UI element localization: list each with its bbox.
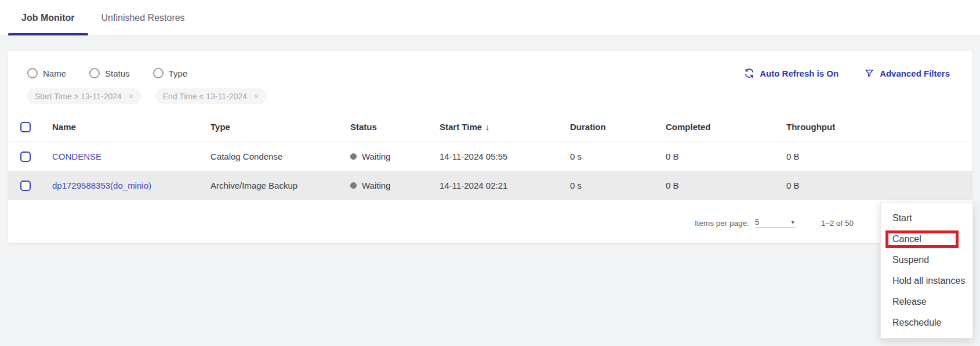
items-per-page-label: Items per page:: [695, 219, 749, 228]
items-per-page-value: 5: [755, 218, 760, 226]
filter-chip-label: Start Time ≥ 13-11-2024: [35, 92, 122, 101]
status-dot-icon: [350, 153, 357, 160]
menu-item-label: Cancel: [892, 234, 921, 244]
column-header-label: Duration: [570, 122, 606, 132]
auto-refresh-button[interactable]: Auto Refresh is On: [744, 68, 839, 78]
table-row: CONDENSECatalog CondenseWaiting14-11-202…: [8, 142, 972, 171]
tab-job-monitor[interactable]: Job Monitor: [8, 0, 88, 35]
radio-label: Type: [169, 69, 188, 78]
job-type-cell: Archive/Image Backup: [210, 181, 350, 190]
job-monitor-card: NameStatusType Auto Refresh is On: [8, 51, 972, 243]
row-checkbox[interactable]: [20, 152, 31, 162]
tabs-container: Job MonitorUnfinished Restores: [8, 0, 198, 35]
auto-refresh-label: Auto Refresh is On: [760, 69, 839, 78]
sort-desc-icon[interactable]: ↓: [485, 122, 490, 132]
filter-chip-start-time: Start Time ≥ 13-11-2024×: [27, 88, 141, 104]
filter-chips: Start Time ≥ 13-11-2024×End Time ≤ 13-11…: [8, 81, 972, 104]
job-type-cell: Catalog Condense: [210, 152, 350, 161]
job-name-link[interactable]: CONDENSE: [52, 152, 101, 161]
column-header-label: Throughput: [786, 122, 835, 132]
toolbar-actions: Auto Refresh is On Advanced Filters: [744, 68, 950, 78]
tab-unfinished-restores[interactable]: Unfinished Restores: [88, 0, 198, 35]
row-checkbox-cell: [20, 152, 52, 162]
radio-label: Status: [105, 69, 130, 78]
column-header-completed[interactable]: Completed: [666, 122, 786, 132]
column-header-label: Completed: [666, 122, 711, 132]
tab-bar: Job MonitorUnfinished Restores: [0, 0, 980, 36]
column-header-label: Status: [350, 122, 377, 132]
job-actions-context-menu: StartCancelSuspendHold all instancesRele…: [880, 203, 973, 338]
radio-circle-icon[interactable]: [27, 68, 38, 78]
select-all-checkbox[interactable]: [20, 122, 31, 132]
advanced-filters-label: Advanced Filters: [880, 69, 950, 78]
row-checkbox[interactable]: [20, 181, 31, 191]
throughput-cell: 0 B: [786, 181, 972, 190]
column-header-label: Name: [52, 122, 76, 132]
job-name-cell: dp1729588353(do_minio): [52, 181, 210, 190]
radio-option-type[interactable]: Type: [153, 68, 188, 78]
column-header-type[interactable]: Type: [210, 122, 350, 132]
menu-item-label: Start: [892, 213, 912, 224]
filter-chip-label: End Time ≤ 13-11-2024: [163, 92, 247, 101]
dropdown-arrow-icon: ▼: [790, 219, 796, 225]
menu-item-label: Hold all instances: [892, 276, 965, 286]
column-header-name[interactable]: Name: [52, 122, 210, 132]
table-header-row: NameTypeStatusStart Time↓DurationComplet…: [8, 112, 972, 142]
menu-item-label: Suspend: [892, 255, 929, 265]
radio-circle-icon[interactable]: [89, 68, 100, 78]
menu-item-cancel[interactable]: Cancel: [881, 229, 972, 250]
advanced-filters-button[interactable]: Advanced Filters: [864, 68, 950, 78]
row-checkbox-cell: [20, 181, 52, 191]
completed-cell: 0 B: [666, 152, 786, 161]
job-name-link[interactable]: dp1729588353(do_minio): [52, 181, 151, 190]
chip-close-icon[interactable]: ×: [129, 92, 134, 100]
job-monitor-page: { "tabs": [ {"label": "Job Monitor", "ac…: [0, 0, 980, 346]
completed-cell: 0 B: [666, 181, 786, 190]
jobs-table: NameTypeStatusStart Time↓DurationComplet…: [8, 112, 972, 200]
radio-circle-icon[interactable]: [153, 68, 164, 78]
items-per-page-select[interactable]: 5 ▼: [755, 218, 796, 228]
radio-option-name[interactable]: Name: [27, 68, 66, 78]
menu-item-hold-all-instances[interactable]: Hold all instances: [881, 271, 972, 291]
table-body: CONDENSECatalog CondenseWaiting14-11-202…: [8, 142, 972, 200]
tab-label: Job Monitor: [21, 13, 75, 23]
refresh-icon: [744, 68, 754, 78]
job-status-cell: Waiting: [350, 152, 440, 161]
menu-item-start[interactable]: Start: [881, 208, 972, 229]
menu-item-reschedule[interactable]: Reschedule: [881, 312, 972, 333]
column-header-status[interactable]: Status: [350, 122, 440, 132]
status-dot-icon: [350, 182, 357, 189]
filter-row: NameStatusType Auto Refresh is On: [8, 51, 972, 81]
duration-cell: 0 s: [570, 152, 666, 161]
tab-label: Unfinished Restores: [101, 13, 185, 23]
paginator: Items per page: 5 ▼ 1–2 of 50: [8, 200, 972, 228]
funnel-icon: [864, 68, 874, 78]
menu-item-label: Reschedule: [892, 318, 942, 328]
start-time-cell: 14-11-2024 05:55: [440, 152, 570, 161]
menu-item-suspend[interactable]: Suspend: [881, 250, 972, 271]
job-name-cell: CONDENSE: [52, 152, 210, 161]
radio-label: Name: [43, 69, 66, 78]
status-label: Waiting: [362, 152, 390, 161]
job-status-cell: Waiting: [350, 181, 440, 190]
throughput-cell: 0 B: [786, 152, 972, 161]
column-header-label: Start Time: [440, 122, 482, 132]
column-header-start-time[interactable]: Start Time↓: [440, 122, 570, 132]
radio-option-status[interactable]: Status: [89, 68, 130, 78]
status-label: Waiting: [362, 181, 390, 190]
search-field-radios: NameStatusType: [27, 68, 187, 78]
header-checkbox-cell: [20, 122, 52, 132]
column-header-label: Type: [210, 122, 230, 132]
duration-cell: 0 s: [570, 181, 666, 190]
table-row: dp1729588353(do_minio)Archive/Image Back…: [8, 171, 972, 200]
chip-close-icon[interactable]: ×: [254, 92, 259, 100]
start-time-cell: 14-11-2024 02:21: [440, 181, 570, 190]
page-range-label: 1–2 of 50: [821, 219, 854, 228]
menu-item-release[interactable]: Release: [881, 291, 972, 312]
column-header-duration[interactable]: Duration: [570, 122, 666, 132]
column-header-throughput[interactable]: Throughput: [786, 122, 972, 132]
filter-chip-end-time: End Time ≤ 13-11-2024×: [155, 88, 267, 104]
menu-item-label: Release: [892, 297, 927, 307]
